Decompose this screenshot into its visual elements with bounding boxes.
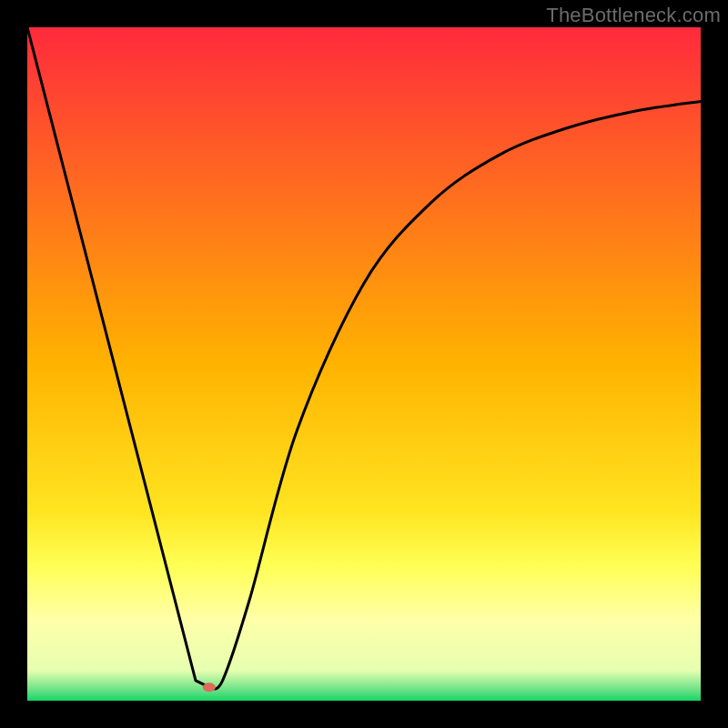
gradient-background bbox=[27, 27, 701, 701]
bottleneck-chart bbox=[27, 27, 701, 701]
attribution-text: TheBottleneck.com bbox=[546, 4, 721, 27]
chart-frame bbox=[27, 27, 701, 701]
optimal-marker bbox=[203, 682, 216, 692]
